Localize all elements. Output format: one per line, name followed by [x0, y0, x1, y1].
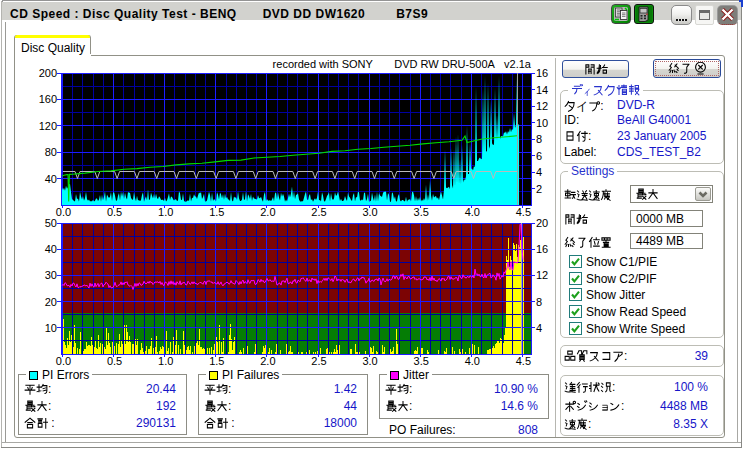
svg-text:4.5: 4.5 [516, 206, 531, 218]
svg-text:1.0: 1.0 [158, 206, 173, 218]
svg-text:10: 10 [45, 322, 57, 334]
svg-text:2: 2 [536, 183, 542, 195]
svg-text:4: 4 [536, 322, 542, 334]
svg-text:1.5: 1.5 [209, 355, 224, 367]
svg-text:6: 6 [536, 150, 542, 162]
svg-text:1.0: 1.0 [158, 355, 173, 367]
svg-text:3.5: 3.5 [414, 206, 429, 218]
svg-text:3.0: 3.0 [362, 355, 377, 367]
svg-text:recorded with SONY DVD R: recorded with SONY DVD RW DRU-500A v2.1a [273, 58, 532, 70]
svg-text:3.5: 3.5 [414, 355, 429, 367]
svg-text:4.0: 4.0 [465, 206, 480, 218]
svg-text:8: 8 [536, 296, 542, 308]
svg-text:4.5: 4.5 [516, 355, 531, 367]
svg-text:8: 8 [536, 133, 542, 145]
svg-text:30: 30 [45, 269, 57, 281]
svg-text:16: 16 [536, 67, 548, 79]
svg-text:40: 40 [45, 243, 57, 255]
svg-text:14: 14 [536, 84, 548, 96]
svg-text:2.0: 2.0 [260, 355, 275, 367]
svg-text:160: 160 [39, 93, 57, 105]
svg-text:0.0: 0.0 [56, 355, 71, 367]
svg-text:200: 200 [39, 67, 57, 79]
svg-text:10: 10 [536, 117, 548, 129]
svg-text:20: 20 [45, 296, 57, 308]
svg-text:2.5: 2.5 [311, 355, 326, 367]
svg-text:2.5: 2.5 [311, 206, 326, 218]
svg-text:40: 40 [45, 173, 57, 185]
svg-text:120: 120 [39, 120, 57, 132]
svg-text:50: 50 [45, 217, 57, 229]
svg-text:0.0: 0.0 [56, 206, 71, 218]
svg-text:16: 16 [536, 243, 548, 255]
svg-text:2.0: 2.0 [260, 206, 275, 218]
svg-text:4: 4 [536, 166, 542, 178]
svg-text:0.5: 0.5 [107, 206, 122, 218]
svg-text:12: 12 [536, 269, 548, 281]
svg-text:4.0: 4.0 [465, 355, 480, 367]
svg-text:20: 20 [536, 217, 548, 229]
svg-text:3.0: 3.0 [362, 206, 377, 218]
svg-text:0.5: 0.5 [107, 355, 122, 367]
svg-text:12: 12 [536, 100, 548, 112]
svg-text:80: 80 [45, 146, 57, 158]
svg-text:1.5: 1.5 [209, 206, 224, 218]
